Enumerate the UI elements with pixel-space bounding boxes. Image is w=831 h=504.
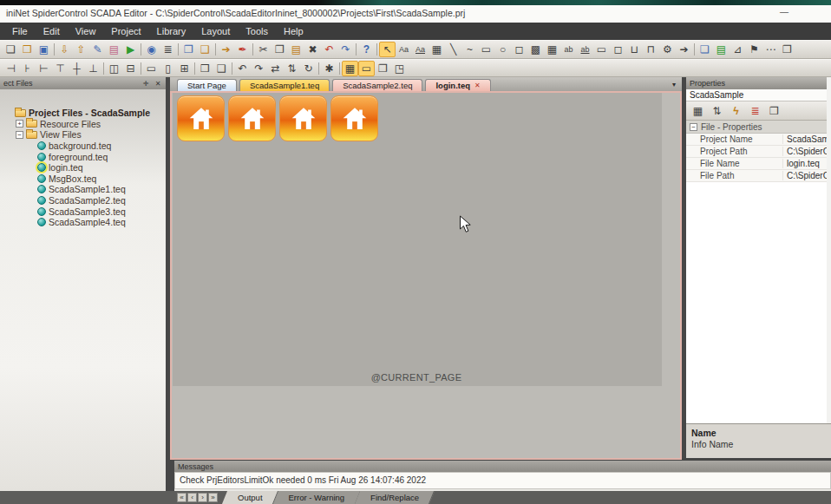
home-button-2[interactable] bbox=[228, 95, 276, 141]
property-row[interactable]: Project Name ScadaSample bbox=[686, 134, 831, 146]
home-button-1[interactable] bbox=[177, 95, 225, 141]
nav-prev-icon[interactable]: ‹ bbox=[187, 493, 197, 502]
property-pages-icon[interactable]: ❐ bbox=[766, 103, 782, 119]
tree-item[interactable]: ScadaSample1.teq bbox=[0, 184, 166, 195]
grid-toggle-icon[interactable]: ▦ bbox=[342, 61, 358, 76]
trend-chart-icon[interactable]: ⊿ bbox=[730, 42, 746, 57]
frame-toggle-icon[interactable]: ▭ bbox=[358, 61, 375, 76]
tree-item[interactable]: ScadaSample4.teq bbox=[0, 217, 166, 228]
document-tab[interactable]: Start Page bbox=[177, 79, 237, 91]
image-list-icon[interactable]: ▦ bbox=[544, 42, 560, 57]
flip-horizontal-icon[interactable]: ⇄ bbox=[267, 61, 284, 76]
upload-from-plc-icon[interactable]: ⇧ bbox=[73, 42, 89, 57]
document-tab[interactable]: ScadaSample2.teq bbox=[332, 79, 422, 91]
new-file-icon[interactable]: ❏ bbox=[3, 42, 19, 57]
close-icon[interactable]: ✕ bbox=[154, 80, 162, 88]
rectangle-tool-icon[interactable]: ▭ bbox=[478, 42, 494, 57]
redo-icon[interactable]: ↷ bbox=[337, 42, 354, 57]
open-project-icon[interactable]: ❒ bbox=[19, 42, 36, 57]
output-tab[interactable]: Error - Warning bbox=[276, 491, 358, 504]
polyline-tool-icon[interactable]: ~ bbox=[461, 42, 478, 57]
zoom-fit-icon[interactable]: ◳ bbox=[391, 61, 408, 76]
select-arrow-icon[interactable]: ↖ bbox=[379, 42, 396, 57]
help-icon[interactable]: ? bbox=[358, 42, 375, 57]
dynamic-text-icon[interactable]: Aa bbox=[412, 42, 429, 57]
package-amber-icon[interactable]: ❑ bbox=[197, 42, 213, 57]
tree-item[interactable]: background.teq bbox=[0, 141, 166, 152]
project-structure-icon[interactable]: ≣ bbox=[160, 42, 176, 57]
button-control-icon[interactable]: ▭ bbox=[593, 42, 610, 57]
ellipsis-icon[interactable]: ⋯ bbox=[762, 42, 779, 57]
same-height-icon[interactable]: ▯ bbox=[160, 61, 176, 76]
menu-item[interactable]: Library bbox=[149, 24, 194, 38]
tree-item[interactable]: foreground.teq bbox=[0, 151, 166, 162]
same-size-icon[interactable]: ⊞ bbox=[176, 61, 193, 76]
pages-icon[interactable]: ❐ bbox=[779, 42, 795, 57]
image-tool-icon[interactable]: ▦ bbox=[429, 42, 445, 57]
menu-item[interactable]: Help bbox=[276, 24, 311, 38]
layers-toggle-icon[interactable]: ❐ bbox=[375, 61, 391, 76]
tree-item[interactable]: login.teq bbox=[0, 162, 166, 173]
align-left-icon[interactable]: ⊣ bbox=[3, 61, 19, 76]
flip-vertical-icon[interactable]: ⇅ bbox=[284, 61, 300, 76]
menu-item[interactable]: Layout bbox=[193, 24, 238, 38]
layers-icon[interactable]: ❏ bbox=[697, 42, 713, 57]
output-tab[interactable]: Find/Replace bbox=[357, 491, 432, 504]
center-horizontal-icon[interactable]: ◫ bbox=[106, 61, 122, 76]
free-rotate-icon[interactable]: ↻ bbox=[300, 61, 317, 76]
lock-icon[interactable]: ✱ bbox=[321, 61, 337, 76]
pin-icon[interactable]: ✛ bbox=[141, 80, 150, 88]
text-field-icon[interactable]: ab bbox=[560, 42, 577, 57]
menu-item[interactable]: Tools bbox=[238, 24, 276, 38]
preview-icon[interactable]: ▤ bbox=[106, 42, 122, 57]
nav-first-icon[interactable]: « bbox=[177, 493, 186, 502]
text-entry-icon[interactable]: ab bbox=[577, 42, 593, 57]
user-account-icon[interactable]: ◉ bbox=[143, 42, 160, 57]
align-bottom-icon[interactable]: ⊥ bbox=[85, 61, 101, 76]
tree-item[interactable]: ScadaSample2.teq bbox=[0, 195, 166, 206]
center-vertical-icon[interactable]: ⊟ bbox=[122, 61, 139, 76]
line-tool-icon[interactable]: ╲ bbox=[445, 42, 461, 57]
gear-icon[interactable]: ⚙ bbox=[659, 42, 676, 57]
rotate-right-icon[interactable]: ↷ bbox=[251, 61, 267, 76]
categorized-icon[interactable]: ▦ bbox=[690, 103, 706, 119]
home-button-4[interactable] bbox=[330, 95, 378, 141]
text-tool-icon[interactable]: Aa bbox=[396, 42, 412, 57]
paste-icon[interactable]: ▤ bbox=[288, 42, 304, 57]
tab-close-icon[interactable]: ✕ bbox=[474, 80, 481, 91]
output-tab[interactable]: Output bbox=[225, 491, 276, 504]
property-value[interactable]: login.teq bbox=[783, 159, 831, 168]
properties-object-selector[interactable]: ScadaSample bbox=[686, 89, 831, 101]
library-icon[interactable]: ≣ bbox=[747, 103, 763, 119]
save-icon[interactable]: ▣ bbox=[36, 42, 52, 57]
sort-alphabetical-icon[interactable]: ⇅ bbox=[709, 103, 725, 119]
tree-item[interactable]: ScadaSample3.teq bbox=[0, 206, 166, 217]
publish-icon[interactable]: ➔ bbox=[218, 42, 234, 57]
property-row[interactable]: File Name login.teq bbox=[686, 158, 831, 170]
rounded-rect-tool-icon[interactable]: ◻ bbox=[511, 42, 527, 57]
download-to-plc-icon[interactable]: ⇩ bbox=[56, 42, 73, 57]
property-group-header[interactable]: − File - Properties bbox=[686, 121, 831, 134]
document-tab[interactable]: ScadaSample1.teq bbox=[239, 79, 330, 91]
nav-next-icon[interactable]: › bbox=[198, 493, 207, 502]
ellipse-tool-icon[interactable]: ○ bbox=[494, 42, 511, 57]
pdf-export-icon[interactable]: ✒ bbox=[234, 42, 251, 57]
copy-icon[interactable]: ❐ bbox=[272, 42, 288, 57]
tag-flag-icon[interactable]: ⚑ bbox=[746, 42, 762, 57]
tree-expander-icon[interactable]: − bbox=[16, 131, 23, 139]
edit-page-icon[interactable]: ✎ bbox=[89, 42, 106, 57]
group-icon[interactable]: ❒ bbox=[197, 61, 213, 76]
events-icon[interactable]: ϟ bbox=[728, 103, 744, 119]
nav-last-icon[interactable]: » bbox=[208, 493, 218, 502]
tree-item[interactable]: Project Files - ScadaSample bbox=[0, 108, 166, 119]
toggle-control-icon[interactable]: ◻ bbox=[610, 42, 626, 57]
package-blue-icon[interactable]: ❐ bbox=[180, 42, 197, 57]
tree-expander-icon[interactable]: + bbox=[16, 120, 23, 128]
menu-item[interactable]: Project bbox=[103, 24, 148, 38]
tree-item[interactable]: − View Files bbox=[0, 129, 166, 141]
menu-item[interactable]: File bbox=[4, 24, 36, 38]
exit-button-icon[interactable]: ➔ bbox=[676, 42, 692, 57]
tab-overflow-icon[interactable]: ▾ bbox=[672, 81, 676, 88]
tree-item[interactable]: + Resource Files bbox=[0, 119, 166, 130]
run-icon[interactable]: ▶ bbox=[122, 42, 139, 57]
